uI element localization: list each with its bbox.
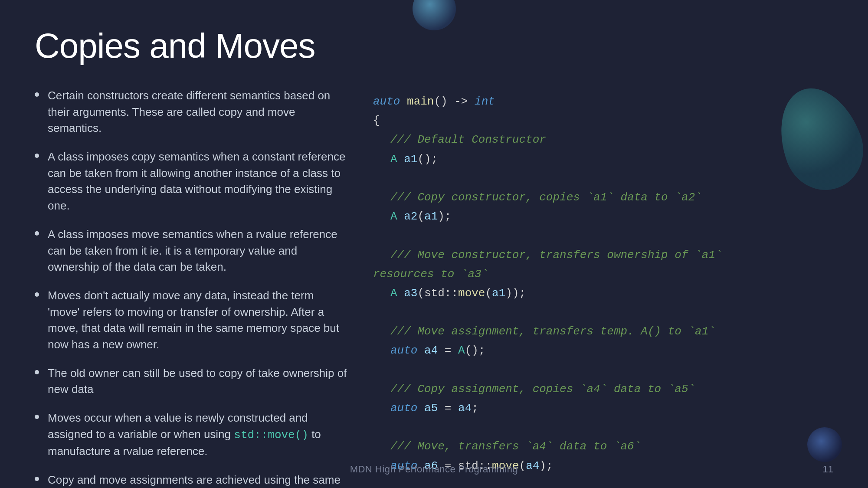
list-item: Moves don't actually move any data, inst… bbox=[35, 288, 347, 353]
bullet-text: Certain constructors create different se… bbox=[48, 88, 347, 137]
footer-text: MDN High Performance Programming bbox=[350, 464, 518, 475]
bullet-dot bbox=[35, 370, 39, 374]
code-line: /// Move assignment, transfers temp. A()… bbox=[373, 322, 833, 341]
bullet-text: A class imposes move semantics when a rv… bbox=[48, 226, 347, 275]
code-line bbox=[373, 169, 833, 188]
left-panel: Certain constructors create different se… bbox=[35, 88, 347, 488]
bullet-dot bbox=[35, 477, 39, 481]
content-area: Certain constructors create different se… bbox=[35, 88, 833, 488]
code-line: /// Move, transfers `a4` data to `a6` bbox=[373, 437, 833, 456]
code-line bbox=[373, 418, 833, 437]
bullet-dot bbox=[35, 154, 39, 158]
slide-title: Copies and Moves bbox=[35, 26, 833, 66]
orb-bottom-right-decoration bbox=[807, 427, 842, 462]
bullet-dot bbox=[35, 415, 39, 419]
footer: MDN High Performance Programming bbox=[0, 464, 868, 475]
list-item: Certain constructors create different se… bbox=[35, 88, 347, 137]
code-line bbox=[373, 226, 833, 245]
inline-code: std::move() bbox=[234, 429, 308, 442]
bullet-dot bbox=[35, 92, 39, 97]
code-line bbox=[373, 360, 833, 380]
bullet-list: Certain constructors create different se… bbox=[35, 88, 347, 488]
bullet-text: Moves occur when a value is newly constr… bbox=[48, 410, 347, 460]
code-line: { bbox=[373, 111, 833, 130]
bullet-text: The old owner can still be used to copy … bbox=[48, 365, 347, 398]
code-line: /// Move constructor, transfers ownershi… bbox=[373, 246, 833, 265]
code-line: auto main() -> int bbox=[373, 92, 833, 111]
code-line: A a3(std::move(a1)); bbox=[373, 284, 833, 303]
bullet-dot bbox=[35, 231, 39, 236]
code-line: A a1(); bbox=[373, 150, 833, 169]
code-line: /// Copy constructor, copies `a1` data t… bbox=[373, 188, 833, 207]
page-number: 11 bbox=[823, 464, 833, 475]
code-line: /// Default Constructor bbox=[373, 130, 833, 149]
bullet-text: A class imposes copy semantics when a co… bbox=[48, 149, 347, 214]
code-line: /// Copy assignment, copies `a4` data to… bbox=[373, 380, 833, 399]
code-line: A a2(a1); bbox=[373, 207, 833, 226]
list-item: A class imposes move semantics when a rv… bbox=[35, 226, 347, 275]
bullet-text: Moves don't actually move any data, inst… bbox=[48, 288, 347, 353]
slide: Copies and Moves Certain constructors cr… bbox=[0, 0, 868, 488]
code-line: resources to `a3` bbox=[373, 265, 833, 284]
list-item: A class imposes copy semantics when a co… bbox=[35, 149, 347, 214]
code-line bbox=[373, 475, 833, 488]
code-line: auto a4 = A(); bbox=[373, 341, 833, 360]
list-item: Moves occur when a value is newly constr… bbox=[35, 410, 347, 460]
list-item: The old owner can still be used to copy … bbox=[35, 365, 347, 398]
bullet-dot bbox=[35, 292, 39, 297]
code-panel: auto main() -> int { /// Default Constru… bbox=[373, 88, 833, 488]
code-line bbox=[373, 303, 833, 322]
code-line: auto a5 = a4; bbox=[373, 399, 833, 418]
